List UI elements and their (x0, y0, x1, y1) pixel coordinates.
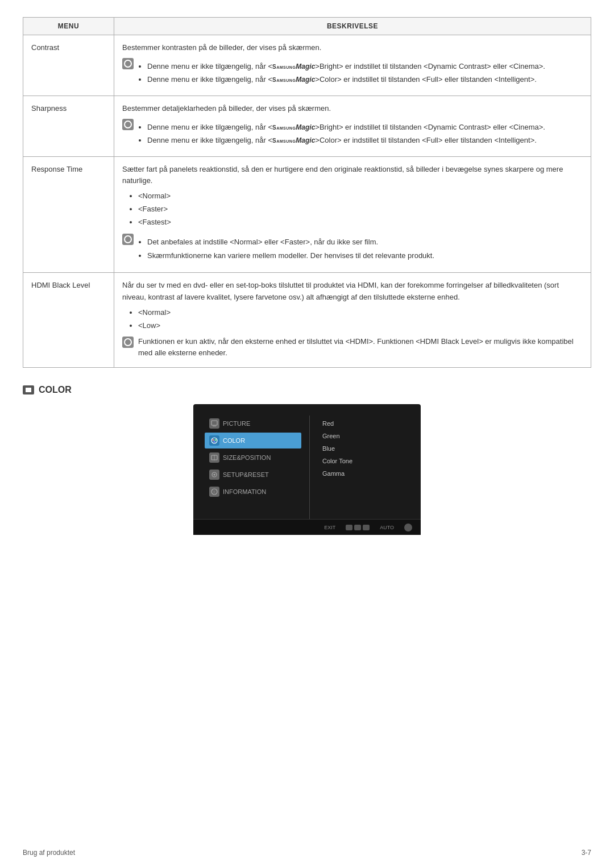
note-icon (122, 337, 134, 348)
sharpness-notes: Denne menu er ikke tilgængelig, når <Sam… (122, 118, 583, 147)
note-item: Denne menu er ikke tilgængelig, når <Sam… (122, 118, 583, 147)
color-icon (23, 385, 34, 394)
note-text: Denne menu er ikke tilgængelig, når <Sam… (138, 57, 545, 86)
svg-point-3 (213, 439, 214, 441)
osd-setup-icon (209, 470, 219, 480)
list-item: <Normal> (138, 307, 583, 319)
color-heading-text: COLOR (39, 385, 72, 395)
note-text: Det anbefales at indstille <Normal> elle… (138, 233, 434, 264)
osd-submenu-item-blue: Blue (318, 443, 409, 454)
note-item: Denne menu er ikke tilgængelig, når <Sam… (122, 57, 583, 86)
response-time-notes: Det anbefales at indstille <Normal> elle… (122, 233, 583, 264)
menu-header: MENU (23, 18, 114, 35)
svg-point-4 (215, 439, 217, 441)
osd-exit-label: EXIT (324, 525, 335, 530)
osd-submenu-item-green: Green (318, 431, 409, 441)
hdmi-notes: Funktionen er kun aktiv, når den ekstern… (122, 336, 583, 358)
list-item: Denne menu er ikke tilgængelig, når <Sam… (147, 122, 545, 133)
svg-rect-0 (211, 421, 217, 425)
osd-size-icon (209, 452, 219, 463)
list-item: <Fastest> (138, 217, 583, 229)
svg-text:i: i (214, 490, 215, 494)
osd-submenu: Red Green Blue Color Tone Gamma (318, 416, 409, 535)
osd-color-icon (209, 435, 219, 446)
table-row: Response Time Sætter fart på panelets re… (23, 156, 591, 273)
list-item: <Faster> (138, 203, 583, 215)
osd-submenu-item-gamma: Gamma (318, 468, 409, 479)
desc-cell-hdmi-black-level: Når du ser tv med en dvd- eller en set-t… (114, 273, 591, 368)
desc-cell-response-time: Sætter fart på panelets reaktionstid, så… (114, 156, 591, 273)
list-item: Denne menu er ikke tilgængelig, når <Sam… (147, 135, 545, 146)
svg-point-5 (214, 441, 215, 443)
osd-submenu-item-color-tone: Color Tone (318, 456, 409, 466)
menu-cell-sharpness: Sharpness (23, 95, 114, 156)
hdmi-bullets: <Normal> <Low> (138, 307, 583, 332)
note-icon (122, 58, 134, 69)
list-item: Denne menu er ikke tilgængelig, når <Sam… (147, 61, 545, 72)
desc-header: BESKRIVELSE (114, 18, 591, 35)
contrast-notes: Denne menu er ikke tilgængelig, når <Sam… (122, 57, 583, 86)
main-table: MENU BESKRIVELSE Contrast Bestemmer kont… (23, 17, 591, 368)
osd-picture-label: PICTURE (223, 420, 250, 427)
osd-submenu-item-red: Red (318, 418, 409, 429)
note-icon (122, 234, 134, 245)
osd-setup-label: SETUP&RESET (223, 471, 269, 478)
note-text: Denne menu er ikke tilgængelig, når <Sam… (138, 118, 545, 147)
list-item: Denne menu er ikke tilgængelig, når <Sam… (147, 74, 545, 85)
note-item: Funktionen er kun aktiv, når den ekstern… (122, 336, 583, 358)
list-item: <Low> (138, 320, 583, 332)
hdmi-desc: Når du ser tv med en dvd- eller en set-t… (122, 280, 583, 304)
osd-info-label: INFORMATION (223, 488, 266, 495)
osd-menu-item-color: COLOR (205, 433, 301, 448)
osd-auto-label: AUTO (380, 525, 394, 530)
osd-power-btn (404, 524, 412, 531)
osd-divider (309, 416, 310, 535)
color-section: COLOR PICTURE COLOR (23, 385, 591, 535)
list-item: <Normal> (138, 190, 583, 202)
osd-size-label: SIZE&POSITION (223, 454, 271, 461)
desc-cell-sharpness: Bestemmer detaljeklarheden på billeder, … (114, 95, 591, 156)
osd-picture-icon (209, 418, 219, 429)
svg-point-9 (214, 474, 215, 476)
osd-color-label: COLOR (223, 437, 245, 444)
osd-menu-item-information: i INFORMATION (205, 484, 301, 500)
osd-btn-2 (354, 525, 361, 530)
page-footer: Brug af produktet 3-7 (23, 849, 591, 857)
desc-cell-contrast: Bestemmer kontrasten på de billeder, der… (114, 35, 591, 96)
osd-btn-3 (363, 525, 370, 530)
table-row: Contrast Bestemmer kontrasten på de bill… (23, 35, 591, 96)
osd-info-icon: i (209, 487, 219, 497)
note-item: Det anbefales at indstille <Normal> elle… (122, 233, 583, 264)
osd-menu: PICTURE COLOR SIZE&POSITION (205, 416, 301, 535)
hdmi-note-text: Funktionen er kun aktiv, når den ekstern… (138, 336, 583, 358)
osd-btn-1 (346, 525, 352, 530)
osd-bottom-bar: EXIT AUTO (193, 519, 421, 535)
table-row: HDMI Black Level Når du ser tv med en dv… (23, 273, 591, 368)
osd-menu-item-picture: PICTURE (205, 416, 301, 431)
contrast-desc: Bestemmer kontrasten på de billeder, der… (122, 42, 583, 54)
menu-cell-hdmi-black-level: HDMI Black Level (23, 273, 114, 368)
osd-menu-item-size-position: SIZE&POSITION (205, 450, 301, 466)
osd-container: PICTURE COLOR SIZE&POSITION (23, 404, 591, 535)
response-time-desc: Sætter fart på panelets reaktionstid, så… (122, 164, 583, 188)
svg-rect-1 (213, 426, 216, 426)
footer-right: 3-7 (582, 849, 591, 857)
list-item: Det anbefales at indstille <Normal> elle… (147, 236, 434, 248)
osd-screen: PICTURE COLOR SIZE&POSITION (193, 404, 421, 535)
note-icon (122, 119, 134, 130)
sharpness-desc: Bestemmer detaljeklarheden på billeder, … (122, 103, 583, 115)
list-item: Skærmfunktionerne kan variere mellem mod… (147, 250, 434, 262)
color-heading: COLOR (23, 385, 591, 395)
table-row: Sharpness Bestemmer detaljeklarheden på … (23, 95, 591, 156)
osd-menu-item-setup-reset: SETUP&RESET (205, 467, 301, 483)
menu-cell-contrast: Contrast (23, 35, 114, 96)
response-time-bullets: <Normal> <Faster> <Fastest> (138, 190, 583, 228)
footer-left: Brug af produktet (23, 849, 75, 857)
menu-cell-response-time: Response Time (23, 156, 114, 273)
